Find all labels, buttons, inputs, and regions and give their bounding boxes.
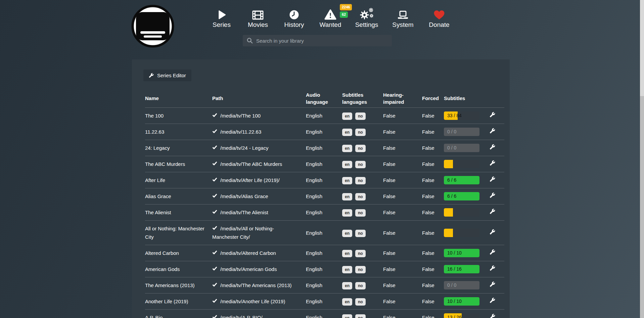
wrench-icon[interactable] — [490, 265, 495, 271]
wrench-icon[interactable] — [490, 128, 495, 134]
subtitles-progress-cell: 6 / 6 — [444, 176, 485, 184]
audio-language-value: English — [306, 249, 342, 257]
series-name[interactable]: The Alienist — [145, 208, 212, 217]
main-nav: Series Movies History — [203, 7, 457, 29]
series-path-cell: /media/tv/The Americans (2013) — [212, 281, 306, 289]
audio-language-value: English — [306, 208, 342, 217]
check-icon — [212, 177, 217, 182]
subtitles-progress-cell — [444, 208, 485, 217]
series-name[interactable]: After Life — [145, 176, 212, 184]
series-name[interactable]: The ABC Murders — [145, 160, 212, 168]
col-header-forced: Forced — [422, 95, 444, 102]
subtitles-languages-cell: enno — [342, 313, 383, 318]
page-scrollbar — [640, 0, 644, 318]
film-icon — [252, 7, 264, 20]
row-actions-cell — [485, 111, 504, 120]
series-path: /media/tv/The ABC Murders — [220, 161, 282, 167]
series-name[interactable]: Alias Grace — [145, 192, 212, 200]
warning-icon — [324, 7, 336, 20]
hearing-impaired-value: False — [383, 128, 422, 136]
row-actions-cell — [485, 265, 504, 273]
nav-item-system[interactable]: System — [385, 7, 421, 29]
nav-label: Settings — [355, 21, 378, 29]
nav-item-wanted[interactable]: Wanted 2246 62 — [312, 7, 349, 29]
table-row: The Alienist /media/tv/The Alienist Engl… — [145, 204, 504, 220]
table-row: The Americans (2013) /media/tv/The Ameri… — [145, 277, 504, 293]
check-icon — [212, 145, 217, 150]
wrench-icon[interactable] — [490, 144, 495, 150]
subtitles-progress-label: 10 / 10 — [447, 249, 462, 257]
nav-item-history[interactable]: History — [276, 7, 312, 29]
nav-label: Donate — [429, 21, 449, 29]
series-table: Name Path Audio language Subtitles langu… — [145, 89, 504, 318]
hearing-impaired-value: False — [383, 249, 422, 257]
nav-item-series[interactable]: Series — [203, 7, 240, 29]
series-name[interactable]: The 100 — [145, 111, 212, 120]
series-editor-button[interactable]: Series Editor — [143, 70, 191, 81]
hearing-impaired-value: False — [383, 176, 422, 184]
series-path-cell: /media/tv/The 100 — [212, 111, 306, 120]
wrench-icon[interactable] — [490, 192, 495, 198]
nav-item-movies[interactable]: Movies — [240, 7, 276, 29]
subtitles-progress-label: 0 / 0 — [447, 128, 456, 136]
wrench-icon[interactable] — [490, 249, 495, 255]
library-search — [243, 35, 392, 46]
subtitles-languages-cell: enno — [342, 281, 383, 289]
nav-item-donate[interactable]: Donate — [421, 7, 457, 29]
check-icon — [212, 299, 217, 304]
series-path-cell: /media/tv/Altered Carbon — [212, 249, 306, 257]
search-input[interactable] — [256, 38, 388, 44]
subtitles-progress-bar — [444, 208, 479, 217]
series-name[interactable]: Another Life (2019) — [145, 297, 212, 306]
subtitles-progress-bar: 0 / 0 — [444, 144, 479, 152]
subtitles-progress-cell: 10 / 10 — [444, 249, 485, 257]
language-badge: en — [342, 250, 352, 257]
series-path: /media/tv/11.22.63 — [220, 129, 261, 135]
series-path-cell: /media/tv/All or Nothing- Manchester Cit… — [212, 224, 306, 241]
subtitles-progress-bar: 0 / 0 — [444, 281, 479, 289]
nav-label: History — [284, 21, 304, 29]
series-path-cell: /media/tv/American Gods — [212, 265, 306, 273]
language-badge: en — [342, 298, 352, 306]
wrench-icon[interactable] — [490, 160, 495, 166]
subtitles-progress-label: 0 / 0 — [447, 281, 456, 289]
scrollbar-thumb[interactable] — [640, 0, 644, 96]
series-path: /media/tv/Altered Carbon — [220, 250, 276, 256]
wrench-icon[interactable] — [490, 229, 495, 235]
series-name[interactable]: 11.22.63 — [145, 128, 212, 136]
subtitles-progress-bar: 33 / 84 — [444, 111, 479, 120]
series-name[interactable]: The Americans (2013) — [145, 281, 212, 289]
audio-language-value: English — [306, 229, 342, 237]
series-name[interactable]: A.P. Bio — [145, 313, 212, 318]
nav-label: Wanted — [320, 21, 341, 29]
row-actions-cell — [485, 229, 504, 237]
wrench-icon[interactable] — [490, 112, 495, 118]
wrench-icon[interactable] — [490, 176, 495, 182]
series-panel: Series Editor Name Path Audio language S… — [132, 59, 510, 318]
wrench-icon[interactable] — [490, 281, 495, 287]
series-path-cell: /media/tv/Another Life (2019) — [212, 297, 306, 306]
subtitles-progress-bar: 6 / 6 — [444, 192, 479, 200]
series-name[interactable]: 24: Legacy — [145, 144, 212, 152]
wrench-icon[interactable] — [490, 314, 495, 318]
bazarr-logo[interactable] — [131, 5, 174, 48]
col-header-name: Name — [145, 95, 212, 102]
table-row: After Life /media/tv/After Life (2019)/ … — [145, 172, 504, 188]
row-actions-cell — [485, 160, 504, 168]
series-name[interactable]: American Gods — [145, 265, 212, 273]
series-name[interactable]: All or Nothing: Manchester City — [145, 224, 212, 241]
series-path: /media/tv/The 100 — [220, 113, 261, 119]
nav-item-settings[interactable]: Settings — [349, 7, 385, 29]
wrench-icon[interactable] — [490, 209, 495, 214]
table-row: 11.22.63 /media/tv/11.22.63 English enno… — [145, 124, 504, 140]
audio-language-value: English — [306, 313, 342, 318]
row-actions-cell — [485, 313, 504, 318]
subtitles-progress-bar: 16 / 16 — [444, 265, 479, 273]
series-name[interactable]: Altered Carbon — [145, 249, 212, 257]
play-icon — [218, 7, 226, 20]
row-actions-cell — [485, 297, 504, 306]
language-badge: en — [342, 282, 352, 289]
subtitles-progress-bar — [444, 229, 479, 237]
check-icon — [212, 266, 217, 271]
wrench-icon[interactable] — [490, 298, 495, 303]
